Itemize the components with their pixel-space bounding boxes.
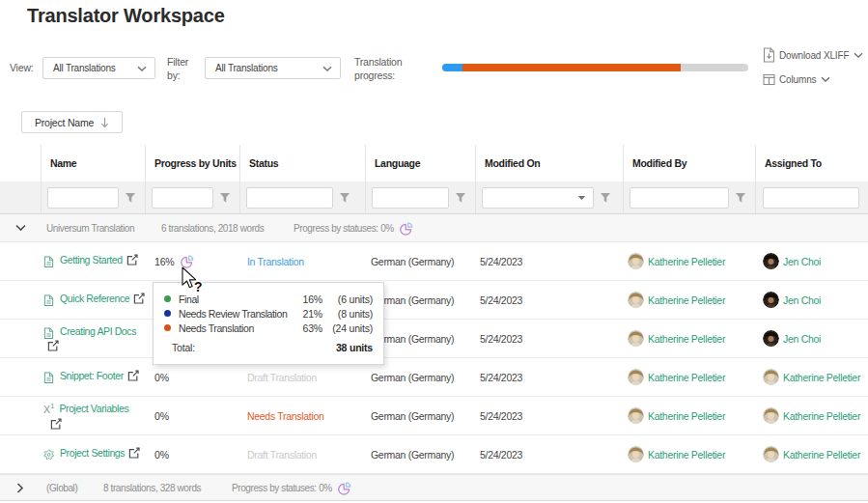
group-collapse-toggle[interactable]: [0, 224, 41, 232]
filter-funnel-icon[interactable]: [600, 192, 611, 204]
pie-chart-icon[interactable]: [337, 481, 351, 495]
document-link[interactable]: Quick Reference: [60, 293, 129, 304]
header-language[interactable]: Language: [365, 145, 475, 182]
progress-by-units-tooltip: Final 16% (6 units) Needs Review Transla…: [153, 282, 384, 365]
filter-input-modified-by[interactable]: [630, 187, 729, 209]
group-summary: 8 translations, 328 words: [103, 483, 232, 493]
document-link[interactable]: Getting Started: [60, 254, 123, 265]
filter-input-language[interactable]: [372, 187, 449, 209]
view-label: View:: [10, 62, 34, 73]
group-expand-toggle[interactable]: [0, 483, 41, 493]
user-link[interactable]: Katherine Pelletier: [648, 449, 725, 461]
tooltip-row-final: Final 16% (6 units): [164, 292, 373, 306]
filter-funnel-icon[interactable]: [339, 192, 350, 204]
user-link[interactable]: Katherine Pelletier: [648, 333, 725, 345]
translations-table: Name Progress by Units Status Language M…: [0, 145, 868, 501]
user-link[interactable]: Katherine Pelletier: [783, 410, 860, 422]
download-xliff-button[interactable]: Download XLIFF: [763, 46, 863, 64]
external-link-icon[interactable]: [127, 370, 139, 381]
avatar: [628, 369, 644, 385]
document-icon: [43, 293, 54, 307]
assigned-to-cell: Katherine Pelletier: [755, 397, 868, 434]
sort-project-name-button[interactable]: Project Name: [21, 111, 123, 133]
view-select[interactable]: All Translations: [42, 57, 155, 79]
document-link[interactable]: Creating API Docs: [60, 325, 136, 337]
filter-funnel-icon[interactable]: [219, 192, 231, 204]
user-link[interactable]: Jen Choi: [783, 294, 821, 306]
avatar: [628, 330, 644, 347]
chevron-down-icon: [137, 65, 147, 72]
modified-by-cell: Katherine Pelletier: [623, 320, 755, 357]
name-cell: X1 Project Variables: [41, 397, 145, 434]
document-icon: [43, 371, 54, 384]
table-filter-row: [0, 182, 868, 213]
filter-input-name[interactable]: [47, 187, 119, 209]
progress-segment-orange: [462, 64, 681, 71]
pie-chart-icon[interactable]: [180, 254, 194, 268]
filter-input-assigned-to[interactable]: [763, 187, 859, 209]
tooltip-row-needs-review: Needs Review Translation 21% (8 units): [164, 306, 373, 321]
filter-by-select[interactable]: All Translations: [205, 57, 341, 79]
modified-by-cell: Katherine Pelletier: [623, 242, 755, 280]
modified-on-cell: 5/24/2023: [475, 320, 623, 357]
modified-on-cell: 5/24/2023: [475, 281, 623, 319]
user-link[interactable]: Jen Choi: [783, 256, 821, 267]
filter-funnel-icon[interactable]: [125, 192, 136, 204]
modified-on-cell: 5/24/2023: [475, 397, 623, 434]
external-link-icon[interactable]: [128, 447, 140, 459]
header-progress-by-units[interactable]: Progress by Units: [145, 145, 239, 182]
filter-funnel-icon[interactable]: [455, 192, 466, 204]
user-link[interactable]: Katherine Pelletier: [648, 256, 725, 267]
external-link-icon[interactable]: [126, 254, 138, 265]
user-link[interactable]: Jen Choi: [783, 333, 821, 345]
filter-input-progress[interactable]: [152, 187, 213, 209]
assigned-to-cell: Jen Choi: [755, 242, 868, 280]
user-link[interactable]: Katherine Pelletier: [648, 294, 725, 306]
filter-expander-cell: [0, 182, 41, 213]
progress-cell: 16%: [145, 242, 239, 280]
user-link[interactable]: Katherine Pelletier: [783, 372, 860, 383]
sort-label: Project Name: [35, 117, 94, 128]
tooltip-row-needs-translation: Needs Translation 63% (24 units): [164, 321, 373, 335]
document-link[interactable]: Project Variables: [59, 403, 128, 414]
chevron-down-icon: [322, 65, 332, 72]
filter-by-select-value: All Translations: [215, 63, 322, 73]
status-cell: In Translation: [239, 242, 365, 280]
group-row-universum: Universum Translation 6 translations, 20…: [0, 213, 868, 242]
filter-select-modified-on[interactable]: [482, 187, 594, 209]
header-name[interactable]: Name: [41, 145, 145, 182]
avatar: [763, 330, 779, 347]
external-link-icon[interactable]: [47, 340, 59, 351]
filter-funnel-icon[interactable]: [735, 192, 746, 204]
user-link[interactable]: Katherine Pelletier: [783, 449, 860, 461]
legend-dot-needs-translation: [164, 324, 171, 331]
pie-chart-icon[interactable]: [399, 221, 413, 236]
modified-by-cell: Katherine Pelletier: [623, 435, 755, 473]
modified-on-cell: 5/24/2023: [475, 358, 623, 396]
table-row-snippet-footer: Snippet: Footer 0% Draft Translation Ger…: [0, 358, 868, 397]
assigned-to-cell: Jen Choi: [755, 320, 868, 357]
columns-button[interactable]: Columns: [763, 70, 863, 88]
group-row-global: (Global) 8 translations, 328 words Progr…: [0, 474, 868, 501]
translation-progress-label: Translation progress:: [354, 56, 402, 82]
filter-input-status[interactable]: [246, 187, 333, 209]
user-link[interactable]: Katherine Pelletier: [648, 372, 725, 383]
external-link-icon[interactable]: [133, 293, 145, 304]
document-link[interactable]: Snippet: Footer: [60, 370, 124, 381]
filter-cell-assigned-to: [755, 182, 868, 213]
modified-on-cell: 5/24/2023: [475, 435, 623, 473]
user-link[interactable]: Katherine Pelletier: [648, 410, 725, 422]
header-modified-on[interactable]: Modified On: [475, 145, 623, 182]
avatar: [763, 292, 779, 308]
header-modified-by[interactable]: Modified By: [623, 145, 755, 182]
filter-cell-status: [239, 182, 365, 213]
page-title: Translator Workspace: [27, 5, 225, 27]
modified-by-cell: Katherine Pelletier: [623, 281, 755, 319]
external-link-icon[interactable]: [50, 418, 62, 430]
header-assigned-to[interactable]: Assigned To: [755, 145, 868, 182]
legend-dot-needs-review: [164, 310, 171, 317]
document-link[interactable]: Project Settings: [60, 447, 125, 459]
chevron-down-icon: [15, 224, 26, 232]
row-expander-cell: [0, 320, 41, 357]
header-status[interactable]: Status: [239, 145, 365, 182]
